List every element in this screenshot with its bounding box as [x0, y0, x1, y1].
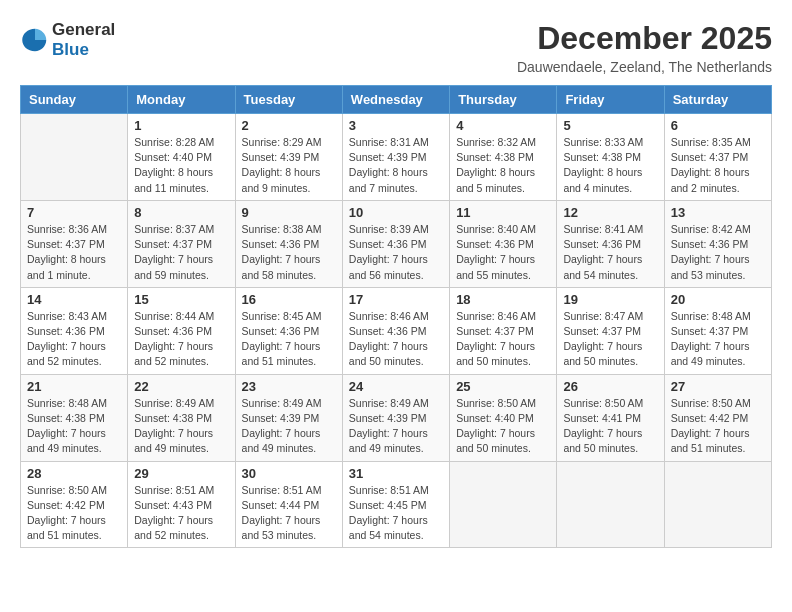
calendar-header-row: Sunday Monday Tuesday Wednesday Thursday…	[21, 86, 772, 114]
day-number: 21	[27, 379, 121, 394]
day-number: 3	[349, 118, 443, 133]
day-info: Sunrise: 8:49 AMSunset: 4:38 PMDaylight:…	[134, 396, 228, 457]
calendar-cell: 13Sunrise: 8:42 AMSunset: 4:36 PMDayligh…	[664, 200, 771, 287]
calendar-table: Sunday Monday Tuesday Wednesday Thursday…	[20, 85, 772, 548]
day-number: 12	[563, 205, 657, 220]
day-number: 20	[671, 292, 765, 307]
day-info: Sunrise: 8:31 AMSunset: 4:39 PMDaylight:…	[349, 135, 443, 196]
day-info: Sunrise: 8:37 AMSunset: 4:37 PMDaylight:…	[134, 222, 228, 283]
day-info: Sunrise: 8:50 AMSunset: 4:41 PMDaylight:…	[563, 396, 657, 457]
calendar-cell	[664, 461, 771, 548]
day-info: Sunrise: 8:48 AMSunset: 4:37 PMDaylight:…	[671, 309, 765, 370]
location-title: Dauwendaele, Zeeland, The Netherlands	[517, 59, 772, 75]
month-title: December 2025	[517, 20, 772, 57]
day-info: Sunrise: 8:36 AMSunset: 4:37 PMDaylight:…	[27, 222, 121, 283]
day-number: 25	[456, 379, 550, 394]
header-saturday: Saturday	[664, 86, 771, 114]
day-number: 6	[671, 118, 765, 133]
logo: General Blue	[20, 20, 115, 60]
day-number: 14	[27, 292, 121, 307]
day-info: Sunrise: 8:50 AMSunset: 4:42 PMDaylight:…	[671, 396, 765, 457]
day-info: Sunrise: 8:28 AMSunset: 4:40 PMDaylight:…	[134, 135, 228, 196]
day-number: 1	[134, 118, 228, 133]
calendar-cell: 21Sunrise: 8:48 AMSunset: 4:38 PMDayligh…	[21, 374, 128, 461]
day-info: Sunrise: 8:49 AMSunset: 4:39 PMDaylight:…	[349, 396, 443, 457]
calendar-week-2: 14Sunrise: 8:43 AMSunset: 4:36 PMDayligh…	[21, 287, 772, 374]
calendar-cell: 10Sunrise: 8:39 AMSunset: 4:36 PMDayligh…	[342, 200, 449, 287]
calendar-week-3: 21Sunrise: 8:48 AMSunset: 4:38 PMDayligh…	[21, 374, 772, 461]
day-number: 2	[242, 118, 336, 133]
calendar-cell: 28Sunrise: 8:50 AMSunset: 4:42 PMDayligh…	[21, 461, 128, 548]
day-info: Sunrise: 8:49 AMSunset: 4:39 PMDaylight:…	[242, 396, 336, 457]
calendar-cell: 24Sunrise: 8:49 AMSunset: 4:39 PMDayligh…	[342, 374, 449, 461]
calendar-cell: 16Sunrise: 8:45 AMSunset: 4:36 PMDayligh…	[235, 287, 342, 374]
day-number: 26	[563, 379, 657, 394]
day-info: Sunrise: 8:51 AMSunset: 4:44 PMDaylight:…	[242, 483, 336, 544]
logo-general-text: General Blue	[52, 20, 115, 60]
calendar-cell: 5Sunrise: 8:33 AMSunset: 4:38 PMDaylight…	[557, 114, 664, 201]
day-info: Sunrise: 8:35 AMSunset: 4:37 PMDaylight:…	[671, 135, 765, 196]
day-number: 15	[134, 292, 228, 307]
day-info: Sunrise: 8:41 AMSunset: 4:36 PMDaylight:…	[563, 222, 657, 283]
calendar-week-4: 28Sunrise: 8:50 AMSunset: 4:42 PMDayligh…	[21, 461, 772, 548]
calendar-cell: 27Sunrise: 8:50 AMSunset: 4:42 PMDayligh…	[664, 374, 771, 461]
day-info: Sunrise: 8:46 AMSunset: 4:36 PMDaylight:…	[349, 309, 443, 370]
calendar-cell: 25Sunrise: 8:50 AMSunset: 4:40 PMDayligh…	[450, 374, 557, 461]
day-number: 22	[134, 379, 228, 394]
calendar-cell	[21, 114, 128, 201]
day-info: Sunrise: 8:46 AMSunset: 4:37 PMDaylight:…	[456, 309, 550, 370]
day-number: 18	[456, 292, 550, 307]
day-number: 24	[349, 379, 443, 394]
day-info: Sunrise: 8:39 AMSunset: 4:36 PMDaylight:…	[349, 222, 443, 283]
day-number: 5	[563, 118, 657, 133]
day-number: 11	[456, 205, 550, 220]
calendar-cell: 1Sunrise: 8:28 AMSunset: 4:40 PMDaylight…	[128, 114, 235, 201]
day-number: 7	[27, 205, 121, 220]
header-sunday: Sunday	[21, 86, 128, 114]
day-info: Sunrise: 8:50 AMSunset: 4:42 PMDaylight:…	[27, 483, 121, 544]
day-number: 19	[563, 292, 657, 307]
header-tuesday: Tuesday	[235, 86, 342, 114]
day-number: 17	[349, 292, 443, 307]
calendar-cell: 2Sunrise: 8:29 AMSunset: 4:39 PMDaylight…	[235, 114, 342, 201]
day-info: Sunrise: 8:29 AMSunset: 4:39 PMDaylight:…	[242, 135, 336, 196]
calendar-cell: 14Sunrise: 8:43 AMSunset: 4:36 PMDayligh…	[21, 287, 128, 374]
header-wednesday: Wednesday	[342, 86, 449, 114]
calendar-cell	[557, 461, 664, 548]
day-number: 23	[242, 379, 336, 394]
page-header: General Blue December 2025 Dauwendaele, …	[20, 20, 772, 75]
day-info: Sunrise: 8:47 AMSunset: 4:37 PMDaylight:…	[563, 309, 657, 370]
calendar-cell: 19Sunrise: 8:47 AMSunset: 4:37 PMDayligh…	[557, 287, 664, 374]
title-block: December 2025 Dauwendaele, Zeeland, The …	[517, 20, 772, 75]
day-info: Sunrise: 8:51 AMSunset: 4:43 PMDaylight:…	[134, 483, 228, 544]
day-number: 27	[671, 379, 765, 394]
calendar-cell: 26Sunrise: 8:50 AMSunset: 4:41 PMDayligh…	[557, 374, 664, 461]
calendar-cell: 30Sunrise: 8:51 AMSunset: 4:44 PMDayligh…	[235, 461, 342, 548]
calendar-cell: 15Sunrise: 8:44 AMSunset: 4:36 PMDayligh…	[128, 287, 235, 374]
day-info: Sunrise: 8:43 AMSunset: 4:36 PMDaylight:…	[27, 309, 121, 370]
day-number: 29	[134, 466, 228, 481]
calendar-cell: 8Sunrise: 8:37 AMSunset: 4:37 PMDaylight…	[128, 200, 235, 287]
calendar-cell: 7Sunrise: 8:36 AMSunset: 4:37 PMDaylight…	[21, 200, 128, 287]
calendar-week-0: 1Sunrise: 8:28 AMSunset: 4:40 PMDaylight…	[21, 114, 772, 201]
day-number: 8	[134, 205, 228, 220]
day-info: Sunrise: 8:50 AMSunset: 4:40 PMDaylight:…	[456, 396, 550, 457]
day-number: 9	[242, 205, 336, 220]
header-thursday: Thursday	[450, 86, 557, 114]
header-friday: Friday	[557, 86, 664, 114]
day-info: Sunrise: 8:38 AMSunset: 4:36 PMDaylight:…	[242, 222, 336, 283]
day-info: Sunrise: 8:33 AMSunset: 4:38 PMDaylight:…	[563, 135, 657, 196]
day-info: Sunrise: 8:45 AMSunset: 4:36 PMDaylight:…	[242, 309, 336, 370]
day-number: 10	[349, 205, 443, 220]
calendar-cell: 23Sunrise: 8:49 AMSunset: 4:39 PMDayligh…	[235, 374, 342, 461]
calendar-cell: 6Sunrise: 8:35 AMSunset: 4:37 PMDaylight…	[664, 114, 771, 201]
calendar-cell: 20Sunrise: 8:48 AMSunset: 4:37 PMDayligh…	[664, 287, 771, 374]
calendar-cell: 31Sunrise: 8:51 AMSunset: 4:45 PMDayligh…	[342, 461, 449, 548]
day-number: 30	[242, 466, 336, 481]
header-monday: Monday	[128, 86, 235, 114]
day-info: Sunrise: 8:44 AMSunset: 4:36 PMDaylight:…	[134, 309, 228, 370]
calendar-cell: 29Sunrise: 8:51 AMSunset: 4:43 PMDayligh…	[128, 461, 235, 548]
day-number: 28	[27, 466, 121, 481]
calendar-cell: 11Sunrise: 8:40 AMSunset: 4:36 PMDayligh…	[450, 200, 557, 287]
day-number: 4	[456, 118, 550, 133]
